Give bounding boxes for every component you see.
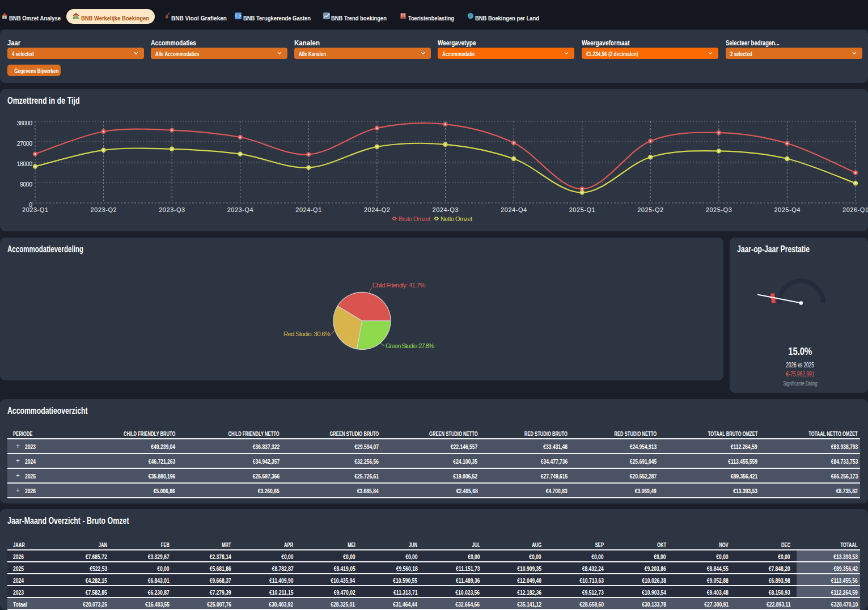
svg-text:Netto Omzet: Netto Omzet xyxy=(441,215,472,222)
svg-text:2025-Q3: 2025-Q3 xyxy=(706,206,732,213)
svg-text:27000: 27000 xyxy=(17,140,33,147)
svg-text:2025-Q1: 2025-Q1 xyxy=(569,206,595,213)
svg-text:Red Studio: 30.6%: Red Studio: 30.6% xyxy=(283,331,331,337)
svg-text:2024-Q3: 2024-Q3 xyxy=(433,206,459,213)
svg-text:2025-Q4: 2025-Q4 xyxy=(774,206,800,213)
svg-text:36000: 36000 xyxy=(17,120,33,126)
svg-text:2026-Q1: 2026-Q1 xyxy=(842,206,868,213)
svg-text:2023-Q1: 2023-Q1 xyxy=(22,206,48,213)
svg-text:Child Friendly: 41.7%: Child Friendly: 41.7% xyxy=(372,282,426,289)
svg-text:2024-Q2: 2024-Q2 xyxy=(364,206,390,213)
svg-text:Bruto Omzet: Bruto Omzet xyxy=(399,215,430,222)
svg-text:9000: 9000 xyxy=(20,181,32,188)
svg-text:2025-Q2: 2025-Q2 xyxy=(637,206,663,213)
svg-text:2023-Q4: 2023-Q4 xyxy=(227,206,253,213)
svg-text:2024-Q1: 2024-Q1 xyxy=(295,206,321,213)
svg-text:2024-Q4: 2024-Q4 xyxy=(501,206,527,213)
svg-text:2023-Q2: 2023-Q2 xyxy=(91,206,117,213)
svg-text:Green Studio: 27.8%: Green Studio: 27.8% xyxy=(386,342,434,349)
svg-text:18000: 18000 xyxy=(17,160,33,167)
svg-text:2023-Q3: 2023-Q3 xyxy=(159,206,185,213)
